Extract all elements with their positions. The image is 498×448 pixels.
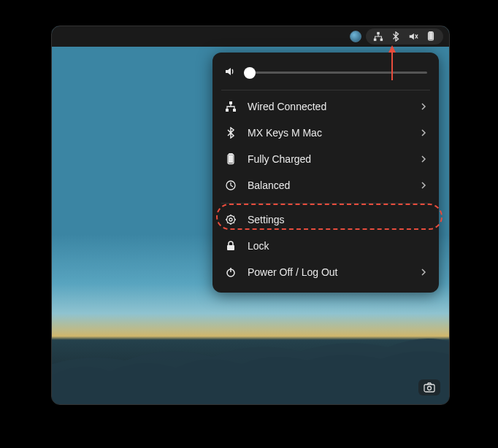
svg-rect-7 [226,109,229,112]
chevron-right-icon [420,179,427,191]
svg-rect-1 [374,39,377,42]
chevron-right-icon [420,127,427,139]
screenshot-button[interactable] [418,379,440,395]
system-menu: Wired Connected MX Keys M Mac Fully Char… [212,53,439,293]
lock-icon [224,240,237,252]
battery-menu-item[interactable]: Fully Charged [212,146,439,172]
svg-point-14 [229,218,232,221]
network-wired-icon [224,101,237,112]
svg-rect-19 [424,385,434,392]
settings-icon [224,214,237,225]
volume-icon [224,66,236,80]
power-off-menu-item[interactable]: Power Off / Log Out [212,259,439,285]
battery-icon [224,153,237,165]
chevron-right-icon [420,266,427,278]
volume-slider-thumb[interactable] [244,67,256,79]
power-icon [224,266,237,278]
top-bar [52,26,449,47]
bluetooth-menu-item[interactable]: MX Keys M Mac [212,120,439,146]
input-source-indicator[interactable] [350,31,361,42]
svg-rect-10 [229,153,232,155]
svg-rect-11 [229,156,233,163]
menu-item-label: Lock [248,240,427,252]
battery-full-icon [426,31,436,42]
network-wired-icon [373,31,383,42]
menu-item-label: Power Off / Log Out [248,266,410,278]
menu-item-label: Balanced [248,179,410,191]
menu-divider [221,203,430,204]
desktop: Wired Connected MX Keys M Mac Fully Char… [51,26,450,405]
svg-rect-6 [229,101,232,104]
svg-rect-8 [233,109,236,112]
menu-item-label: Fully Charged [248,153,410,165]
chevron-right-icon [420,153,427,165]
power-mode-icon [224,179,237,191]
svg-rect-4 [429,31,432,33]
svg-rect-0 [377,32,380,35]
system-tray[interactable] [366,28,443,45]
menu-item-label: Wired Connected [248,101,410,112]
menu-item-label: MX Keys M Mac [248,127,410,139]
menu-item-label: Settings [248,214,427,225]
chevron-right-icon [420,101,427,112]
svg-point-20 [428,387,432,390]
bluetooth-icon [224,127,237,139]
menu-divider [221,90,430,90]
bluetooth-icon [391,31,401,42]
volume-slider[interactable] [245,72,427,74]
volume-muted-icon [408,31,418,42]
volume-row [212,60,439,90]
wallpaper-clouds [52,287,450,404]
network-menu-item[interactable]: Wired Connected [212,93,439,120]
settings-menu-item[interactable]: Settings [212,206,439,233]
svg-rect-15 [227,245,234,250]
lock-menu-item[interactable]: Lock [212,233,439,259]
svg-rect-5 [429,34,432,39]
power-mode-menu-item[interactable]: Balanced [212,172,439,198]
svg-rect-2 [380,39,383,42]
svg-point-13 [227,216,235,224]
